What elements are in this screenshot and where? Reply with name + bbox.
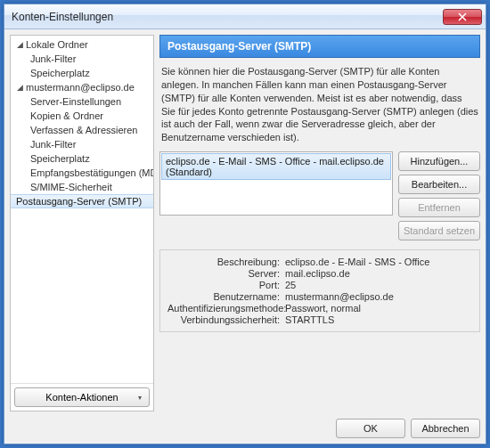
tree-item-label: Junk-Filter: [30, 53, 76, 64]
tree-item-server-settings[interactable]: Server-Einstellungen: [11, 94, 153, 109]
detail-row-description: Beschreibung: eclipso.de - E-Mail - SMS …: [167, 257, 472, 267]
detail-value: mail.eclipso.de: [285, 268, 472, 279]
tree-item-account[interactable]: ◢mustermann@eclipso.de: [11, 80, 153, 94]
account-tree[interactable]: ◢Lokale Ordner Junk-Filter Speicherplatz…: [11, 36, 153, 383]
detail-label: Server:: [167, 268, 285, 279]
tree-item-storage2[interactable]: Speicherplatz: [11, 151, 153, 166]
tree-item-label: Speicherplatz: [30, 153, 90, 164]
button-label: Standard setzen: [404, 225, 475, 236]
detail-value: Passwort, normal: [285, 303, 472, 314]
panel-title: Postausgang-Server (SMTP): [167, 40, 311, 53]
detail-value: STARTTLS: [285, 314, 472, 325]
detail-label: Authentifizierungsmethode:: [167, 303, 285, 314]
add-button[interactable]: Hinzufügen...: [398, 151, 480, 171]
ok-button[interactable]: OK: [336, 419, 405, 438]
detail-row-auth: Authentifizierungsmethode: Passwort, nor…: [167, 303, 472, 314]
tree-item-label: Speicherplatz: [30, 68, 90, 78]
detail-row-server: Server: mail.eclipso.de: [167, 268, 472, 279]
tree-item-label: mustermann@eclipso.de: [26, 82, 135, 93]
remove-button[interactable]: Entfernen: [398, 198, 480, 217]
button-label: Abbrechen: [421, 423, 469, 434]
settings-window: Konten-Einstellungen ◢Lokale Ordner Junk…: [4, 4, 486, 444]
detail-row-port: Port: 25: [167, 280, 472, 290]
detail-label: Beschreibung:: [167, 257, 285, 267]
button-label: Entfernen: [418, 202, 461, 213]
button-label: OK: [363, 423, 378, 434]
panel-description: Sie können hier die Postausgang-Server (…: [159, 58, 480, 151]
detail-row-security: Verbindungssicherheit: STARTTLS: [167, 314, 472, 325]
tree-item-label: Junk-Filter: [30, 139, 76, 150]
window-title: Konten-Einstellungen: [12, 11, 443, 23]
tree-item-label: Lokale Ordner: [26, 39, 88, 50]
smtp-list-row: eclipso.de - E-Mail - SMS - Office - mai…: [159, 151, 480, 240]
tree-item-compose-addressing[interactable]: Verfassen & Adressieren: [11, 123, 153, 137]
tree-item-label: Postausgang-Server (SMTP): [16, 196, 142, 207]
detail-value: 25: [285, 280, 472, 290]
tree-item-return-receipts[interactable]: Empfangsbestätigungen (MDN): [11, 166, 153, 180]
smtp-button-column: Hinzufügen... Bearbeiten... Entfernen St…: [398, 151, 480, 240]
right-pane: Postausgang-Server (SMTP) Sie können hie…: [159, 35, 480, 411]
sidebar-footer: Konten-Aktionen ▾: [11, 383, 153, 411]
smtp-server-item[interactable]: eclipso.de - E-Mail - SMS - Office - mai…: [161, 153, 391, 180]
tree-item-label: Server-Einstellungen: [30, 96, 121, 107]
detail-row-username: Benutzername: mustermann@eclipso.de: [167, 291, 472, 302]
account-actions-button[interactable]: Konten-Aktionen ▾: [14, 387, 150, 407]
cancel-button[interactable]: Abbrechen: [411, 419, 480, 438]
tree-twisty-icon: ◢: [16, 40, 24, 49]
detail-label: Port:: [167, 280, 285, 290]
detail-label: Verbindungssicherheit:: [167, 314, 285, 325]
tree-item-storage[interactable]: Speicherplatz: [11, 66, 153, 80]
dropdown-arrow-icon: ▾: [138, 394, 142, 402]
tree-item-label: Kopien & Ordner: [30, 110, 103, 121]
smtp-details-box: Beschreibung: eclipso.de - E-Mail - SMS …: [159, 249, 480, 332]
main-row: ◢Lokale Ordner Junk-Filter Speicherplatz…: [10, 35, 480, 411]
tree-item-junk-filter[interactable]: Junk-Filter: [11, 52, 153, 66]
tree-item-copies-folders[interactable]: Kopien & Ordner: [11, 109, 153, 123]
dialog-footer: OK Abbrechen: [10, 417, 480, 438]
tree-item-label: S/MIME-Sicherheit: [30, 182, 112, 192]
titlebar: Konten-Einstellungen: [4, 4, 486, 29]
close-button[interactable]: [443, 9, 482, 25]
panel-header: Postausgang-Server (SMTP): [159, 35, 480, 58]
account-actions-label: Konten-Aktionen: [45, 392, 118, 403]
tree-item-local-folders[interactable]: ◢Lokale Ordner: [11, 37, 153, 52]
detail-value: mustermann@eclipso.de: [285, 291, 472, 302]
tree-item-junk-filter2[interactable]: Junk-Filter: [11, 137, 153, 151]
content-area: ◢Lokale Ordner Junk-Filter Speicherplatz…: [4, 29, 486, 444]
close-icon: [458, 12, 467, 21]
button-label: Bearbeiten...: [412, 179, 467, 190]
detail-label: Benutzername:: [167, 291, 285, 302]
tree-item-label: Verfassen & Adressieren: [30, 125, 137, 135]
tree-item-label: Empfangsbestätigungen (MDN): [30, 167, 153, 178]
set-default-button[interactable]: Standard setzen: [398, 221, 480, 240]
smtp-server-list[interactable]: eclipso.de - E-Mail - SMS - Office - mai…: [159, 151, 393, 216]
tree-twisty-icon: ◢: [16, 83, 24, 92]
detail-value: eclipso.de - E-Mail - SMS - Office: [285, 257, 472, 267]
edit-button[interactable]: Bearbeiten...: [398, 175, 480, 194]
button-label: Hinzufügen...: [411, 156, 469, 167]
tree-item-smime[interactable]: S/MIME-Sicherheit: [11, 180, 153, 194]
smtp-server-item-label: eclipso.de - E-Mail - SMS - Office - mai…: [166, 156, 384, 177]
tree-item-smtp[interactable]: Postausgang-Server (SMTP): [11, 194, 153, 208]
account-tree-sidebar: ◢Lokale Ordner Junk-Filter Speicherplatz…: [10, 35, 154, 411]
